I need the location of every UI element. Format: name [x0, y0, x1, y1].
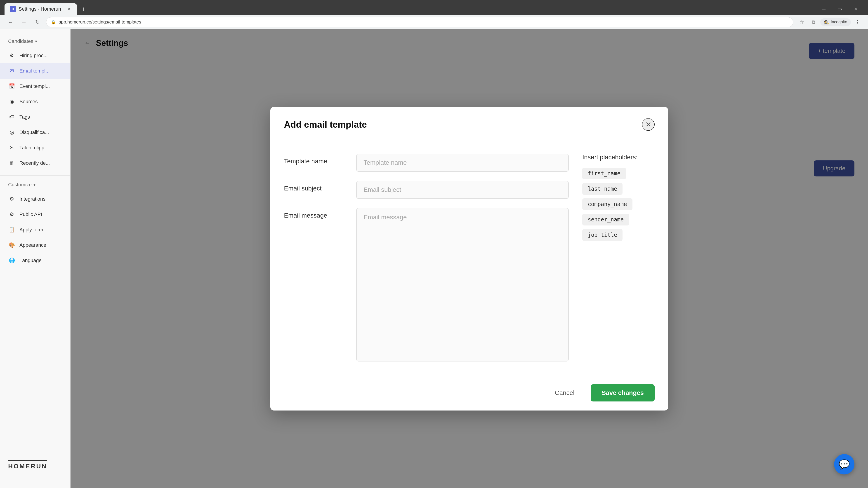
apply-form-icon: 📋	[8, 226, 16, 233]
incognito-label: Incognito	[831, 20, 847, 24]
placeholders-title: Insert placeholders:	[582, 154, 655, 161]
back-button[interactable]: ←	[5, 17, 16, 27]
sidebar-label: Sources	[20, 99, 38, 105]
new-tab-button[interactable]: +	[78, 3, 89, 15]
sidebar-label: Appearance	[20, 242, 46, 248]
sidebar-item-email-templates[interactable]: ✉ Email templ...	[0, 63, 70, 78]
modal-header: Add email template ✕	[270, 107, 668, 140]
sources-icon: ◉	[8, 98, 16, 105]
placeholder-first-name[interactable]: first_name	[582, 168, 626, 180]
logo-text: HOMERUN	[8, 463, 47, 470]
sidebar-item-talent-clips[interactable]: ✂ Talent clipp...	[0, 140, 70, 156]
sidebar-label: Apply form	[20, 227, 43, 233]
email-templates-icon: ✉	[8, 67, 16, 74]
disqualification-icon: ◎	[8, 129, 16, 136]
minimize-button[interactable]: ─	[816, 3, 832, 15]
cancel-button[interactable]: Cancel	[544, 384, 585, 401]
incognito-icon: 🕵	[824, 20, 829, 25]
placeholder-job-title[interactable]: job_title	[582, 229, 622, 241]
email-message-input[interactable]	[356, 208, 569, 361]
modal-body: Template name Email subject Email messag…	[270, 140, 668, 375]
browser-tab[interactable]: H Settings · Homerun ✕	[4, 3, 77, 15]
email-subject-label: Email subject	[284, 181, 347, 192]
window-controls: ─ ▭ ✕	[816, 3, 864, 15]
email-message-row: Email message	[284, 208, 569, 361]
chat-icon: 💬	[839, 459, 850, 470]
add-email-template-modal: Add email template ✕ Template name	[270, 107, 668, 411]
sidebar-item-disqualification[interactable]: ◎ Disqualifica...	[0, 125, 70, 140]
placeholder-sender-name[interactable]: sender_name	[582, 214, 629, 225]
talent-clips-icon: ✂	[8, 144, 16, 151]
recently-deleted-icon: 🗑	[8, 160, 16, 167]
forward-button[interactable]: →	[19, 17, 29, 27]
placeholders-section: Insert placeholders: first_name last_nam…	[582, 154, 655, 361]
sidebar-label: Talent clipp...	[20, 145, 49, 151]
sidebar-item-integrations[interactable]: ⚙ Integrations	[0, 191, 70, 207]
nav-bar: ← → ↻ 🔒 app.homerun.co/settings/email-te…	[0, 15, 868, 29]
incognito-badge: 🕵 Incognito	[820, 18, 851, 26]
secure-icon: 🔒	[51, 20, 56, 25]
section2-chevron-icon: ▾	[33, 182, 35, 187]
maximize-button[interactable]: ▭	[832, 3, 848, 15]
tab-close-button[interactable]: ✕	[66, 6, 71, 12]
close-window-button[interactable]: ✕	[848, 3, 864, 15]
sidebar-label: Disqualifica...	[20, 129, 49, 135]
reload-button[interactable]: ↻	[33, 17, 42, 27]
tags-icon: 🏷	[8, 113, 16, 121]
sidebar-label: Recently de...	[20, 160, 50, 166]
tab-bar: H Settings · Homerun ✕ + ─ ▭ ✕	[0, 0, 868, 15]
sidebar-logo: HOMERUN	[8, 460, 47, 470]
language-icon: 🌐	[8, 257, 16, 264]
bookmark-button[interactable]: ☆	[797, 17, 807, 27]
modal-close-button[interactable]: ✕	[642, 118, 655, 131]
sidebar-item-tags[interactable]: 🏷 Tags	[0, 109, 70, 125]
sidebar-label: Hiring proc...	[20, 53, 48, 59]
address-bar[interactable]: 🔒 app.homerun.co/settings/email-template…	[46, 17, 793, 27]
address-text: app.homerun.co/settings/email-templates	[59, 20, 141, 25]
main-background: ← Settings + template Upgrade Add email …	[70, 29, 868, 488]
sidebar-item-hiring-process[interactable]: ⚙ Hiring proc...	[0, 48, 70, 63]
save-changes-button[interactable]: Save changes	[591, 384, 655, 401]
chat-support-button[interactable]: 💬	[834, 454, 855, 475]
section-chevron-icon: ▾	[35, 39, 37, 44]
sidebar-item-event-templates[interactable]: 📅 Event templ...	[0, 78, 70, 94]
appearance-icon: 🎨	[8, 241, 16, 249]
sidebar-label: Event templ...	[20, 84, 50, 89]
event-templates-icon: 📅	[8, 83, 16, 90]
placeholder-last-name[interactable]: last_name	[582, 183, 622, 195]
sidebar-item-sources[interactable]: ◉ Sources	[0, 94, 70, 109]
modal-title: Add email template	[284, 120, 367, 130]
nav-actions: ☆ ⧉ 🕵 Incognito ⋮	[797, 17, 863, 27]
split-view-button[interactable]: ⧉	[809, 17, 818, 27]
sidebar-label: Tags	[20, 114, 30, 120]
modal-backdrop: Add email template ✕ Template name	[70, 29, 868, 488]
modal-footer: Cancel Save changes	[270, 375, 668, 411]
integrations-icon: ⚙	[8, 195, 16, 203]
sidebar: Candidates ▾ ⚙ Hiring proc... ✉ Email te…	[0, 29, 70, 488]
sidebar-label: Email templ...	[20, 68, 50, 74]
hiring-process-icon: ⚙	[8, 52, 16, 59]
sidebar-section-customize: Customize ▾	[0, 180, 70, 191]
sidebar-item-language[interactable]: 🌐 Language	[0, 253, 70, 268]
page-content: Candidates ▾ ⚙ Hiring proc... ✉ Email te…	[0, 29, 868, 488]
sidebar-label: Language	[20, 258, 41, 263]
public-api-icon: ⚙	[8, 211, 16, 218]
template-name-input[interactable]	[356, 154, 569, 172]
sidebar-item-public-api[interactable]: ⚙ Public API	[0, 207, 70, 222]
placeholder-chips: first_name last_name company_name sender…	[582, 168, 655, 241]
sidebar-label: Public API	[20, 212, 42, 217]
more-options-button[interactable]: ⋮	[852, 17, 863, 27]
close-icon: ✕	[645, 120, 651, 129]
sidebar-item-apply-form[interactable]: 📋 Apply form	[0, 222, 70, 237]
email-subject-input[interactable]	[356, 181, 569, 199]
placeholder-company-name[interactable]: company_name	[582, 198, 632, 210]
tab-favicon: H	[10, 6, 16, 12]
form-section: Template name Email subject Email messag…	[284, 154, 569, 361]
sidebar-item-recently-deleted[interactable]: 🗑 Recently de...	[0, 156, 70, 171]
email-message-label: Email message	[284, 208, 347, 219]
template-name-row: Template name	[284, 154, 569, 172]
browser-chrome: H Settings · Homerun ✕ + ─ ▭ ✕ ← → ↻ 🔒 a…	[0, 0, 868, 29]
email-subject-row: Email subject	[284, 181, 569, 199]
sidebar-item-appearance[interactable]: 🎨 Appearance	[0, 237, 70, 253]
sidebar-section-candidates: Candidates ▾	[0, 38, 70, 48]
